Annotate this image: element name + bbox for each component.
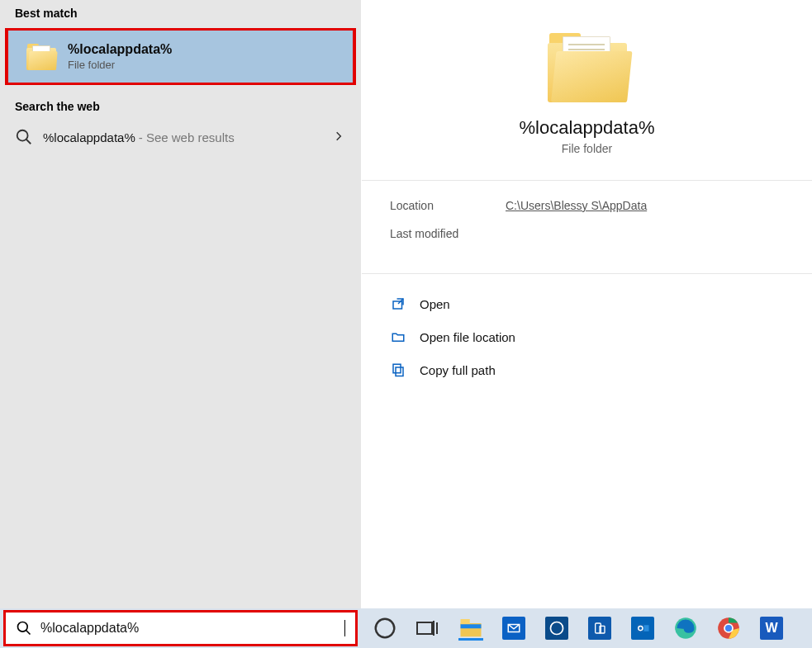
detail-panel: %localappdata% File folder Location C:\U… — [361, 0, 812, 608]
location-label: Location — [390, 199, 506, 212]
open-action[interactable]: Open — [390, 287, 787, 320]
svg-rect-9 — [417, 622, 432, 634]
copy-icon — [390, 362, 406, 378]
svg-point-15 — [551, 622, 563, 635]
folder-icon — [26, 44, 56, 70]
svg-line-7 — [26, 631, 31, 635]
web-result-query: %localappdata% — [43, 130, 135, 144]
taskbar: W — [0, 608, 812, 648]
best-match-label: Best match — [0, 0, 361, 28]
web-search-result[interactable]: %localappdata% - See web results — [0, 120, 361, 154]
text-cursor — [344, 620, 345, 636]
svg-rect-13 — [461, 619, 470, 624]
detail-subtitle: File folder — [562, 142, 612, 155]
search-input[interactable] — [40, 621, 344, 636]
svg-rect-5 — [393, 364, 401, 373]
search-web-label: Search the web — [0, 85, 361, 120]
last-modified-label: Last modified — [390, 227, 506, 240]
open-location-label: Open file location — [420, 330, 515, 344]
svg-rect-4 — [396, 367, 403, 376]
detail-title: %localappdata% — [520, 117, 655, 139]
chevron-right-icon — [333, 129, 344, 146]
best-match-result[interactable]: %localappdata% File folder — [5, 28, 356, 85]
best-match-subtitle: File folder — [68, 59, 172, 71]
folder-icon — [548, 33, 627, 102]
copy-path-label: Copy full path — [420, 363, 496, 377]
your-phone-icon[interactable] — [587, 616, 612, 641]
svg-rect-2 — [393, 301, 402, 309]
search-results-panel: Best match %localappdata% File folder Se… — [0, 0, 361, 608]
location-value[interactable]: C:\Users\Blessy S\AppData — [506, 199, 647, 212]
open-icon — [390, 296, 406, 312]
outlook-icon[interactable] — [630, 616, 655, 641]
svg-line-1 — [26, 140, 31, 144]
web-result-suffix: - See web results — [139, 130, 235, 144]
copy-full-path-action[interactable]: Copy full path — [390, 353, 787, 386]
svg-rect-14 — [461, 624, 482, 628]
mail-icon[interactable] — [501, 616, 526, 641]
task-view-icon[interactable] — [415, 616, 440, 641]
taskbar-icons: W — [361, 616, 812, 641]
open-file-location-action[interactable]: Open file location — [390, 320, 787, 353]
open-location-icon — [390, 329, 406, 345]
chrome-icon[interactable] — [716, 616, 741, 641]
edge-icon[interactable] — [673, 616, 698, 641]
svg-point-0 — [17, 130, 28, 141]
search-icon — [15, 128, 33, 146]
svg-point-6 — [18, 622, 28, 632]
svg-rect-20 — [644, 625, 649, 631]
word-icon[interactable]: W — [759, 616, 784, 641]
svg-point-24 — [725, 625, 732, 631]
dell-icon[interactable] — [544, 616, 569, 641]
best-match-title: %localappdata% — [68, 42, 172, 57]
cortana-icon[interactable] — [373, 616, 397, 641]
open-action-label: Open — [420, 297, 450, 311]
svg-point-8 — [376, 619, 395, 638]
search-icon — [16, 620, 32, 636]
file-explorer-icon[interactable] — [458, 616, 483, 641]
search-box[interactable] — [3, 610, 358, 646]
